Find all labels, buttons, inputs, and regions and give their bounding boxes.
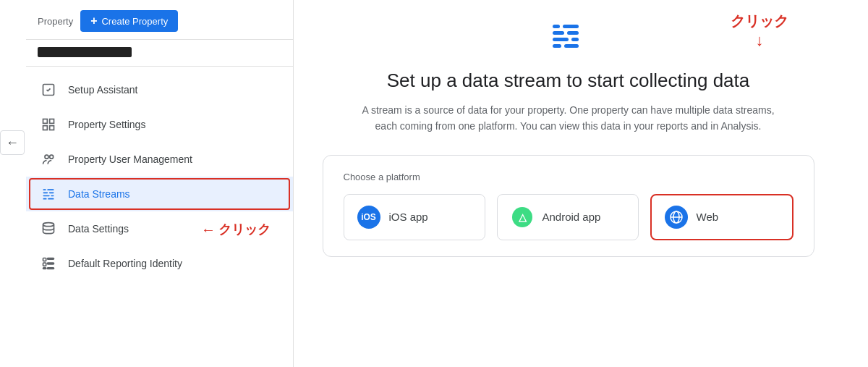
ios-app-button[interactable]: iOS iOS app <box>344 194 485 240</box>
web-icon <box>665 206 688 229</box>
sidebar-item-data-streams[interactable]: Data Streams <box>26 177 293 211</box>
svg-rect-27 <box>571 38 579 41</box>
database-icon <box>41 221 56 237</box>
android-icon: △ <box>511 206 534 229</box>
svg-rect-16 <box>43 258 46 261</box>
svg-rect-12 <box>51 195 54 197</box>
svg-rect-18 <box>43 263 46 266</box>
svg-rect-29 <box>564 44 579 48</box>
left-click-annotation: ← クリック <box>201 221 271 238</box>
svg-rect-10 <box>49 193 54 194</box>
svg-rect-21 <box>47 268 54 269</box>
svg-rect-11 <box>43 195 50 197</box>
ios-label: iOS app <box>389 211 428 223</box>
checkbox-icon <box>41 82 56 98</box>
svg-point-6 <box>50 155 54 159</box>
create-property-label: Create Property <box>101 16 168 27</box>
ios-icon: iOS <box>357 206 380 229</box>
web-button[interactable]: Web <box>650 194 793 240</box>
main-content: クリック ↓ Set up a data stream to start col… <box>268 0 868 367</box>
sidebar-item-default-reporting-identity[interactable]: Default Reporting Identity <box>26 246 293 281</box>
svg-rect-9 <box>43 193 48 194</box>
sidebar-item-setup-assistant[interactable]: Setup Assistant <box>26 72 293 107</box>
svg-rect-22 <box>553 25 560 28</box>
plus-icon: + <box>90 14 97 28</box>
svg-text:△: △ <box>517 211 527 223</box>
left-arrow-icon: ← <box>201 222 216 238</box>
android-label: Android app <box>542 211 601 223</box>
sidebar-navigation: Setup Assistant Property Settings <box>26 69 293 284</box>
svg-rect-26 <box>553 38 569 41</box>
back-arrow-button[interactable]: ← <box>0 130 25 155</box>
create-property-button[interactable]: + Create Property <box>80 10 178 32</box>
svg-rect-2 <box>50 119 54 124</box>
sidebar-header: Property + Create Property <box>26 0 293 40</box>
web-label: Web <box>697 211 719 223</box>
svg-point-15 <box>43 223 54 227</box>
svg-rect-1 <box>43 119 48 124</box>
main-description: A stream is a source of data for your pr… <box>352 102 786 135</box>
svg-rect-19 <box>47 263 54 264</box>
sidebar-item-property-settings[interactable]: Property Settings <box>26 107 293 142</box>
svg-rect-4 <box>50 126 54 130</box>
default-reporting-identity-label: Default Reporting Identity <box>68 258 182 269</box>
property-settings-label: Property Settings <box>68 119 145 130</box>
reporting-icon <box>41 256 56 271</box>
users-icon <box>41 151 56 167</box>
property-user-management-label: Property User Management <box>68 153 192 165</box>
data-settings-label: Data Settings <box>68 223 129 235</box>
svg-rect-20 <box>43 268 46 269</box>
down-arrow-icon: ↓ <box>756 31 764 50</box>
platform-options: iOS iOS app △ Android app <box>344 194 793 240</box>
platform-card: Choose a platform iOS iOS app △ Android … <box>323 155 814 257</box>
svg-rect-23 <box>563 25 579 28</box>
svg-rect-7 <box>43 189 46 190</box>
top-right-click-annotation: クリック ↓ <box>731 12 788 50</box>
svg-rect-13 <box>43 198 47 200</box>
svg-rect-17 <box>47 258 54 260</box>
data-streams-label: Data Streams <box>68 188 130 200</box>
left-click-label: クリック <box>218 221 271 238</box>
sidebar-item-property-user-management[interactable]: Property User Management <box>26 142 293 177</box>
svg-point-5 <box>45 155 48 159</box>
stream-icon <box>550 23 587 58</box>
svg-rect-8 <box>47 189 54 190</box>
android-app-button[interactable]: △ Android app <box>497 194 639 240</box>
svg-rect-25 <box>567 31 579 35</box>
svg-rect-14 <box>48 198 54 200</box>
streams-icon <box>41 186 56 202</box>
top-click-label: クリック <box>731 12 788 31</box>
sidebar-divider <box>26 66 293 67</box>
property-label: Property <box>38 16 73 27</box>
platform-section-label: Choose a platform <box>344 172 793 182</box>
svg-rect-3 <box>43 126 48 130</box>
grid-icon <box>41 117 56 132</box>
property-name-bar <box>38 47 132 57</box>
svg-rect-28 <box>553 44 561 48</box>
main-title: Set up a data stream to start collecting… <box>387 69 750 92</box>
setup-assistant-label: Setup Assistant <box>68 84 138 96</box>
svg-rect-24 <box>553 31 564 35</box>
